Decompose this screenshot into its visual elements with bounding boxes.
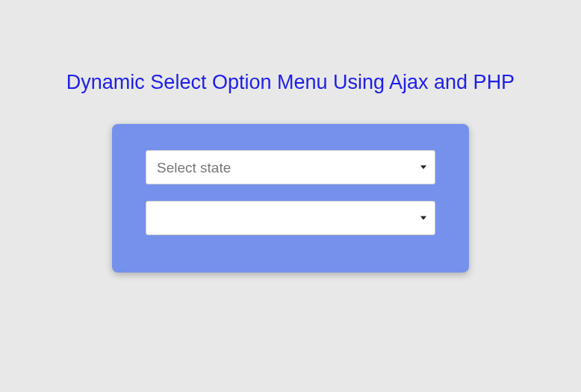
city-select[interactable] — [146, 201, 435, 235]
form-panel: Select state — [112, 124, 469, 273]
city-select-wrapper — [146, 201, 435, 235]
state-select[interactable]: Select state — [146, 150, 435, 184]
page-title: Dynamic Select Option Menu Using Ajax an… — [0, 71, 581, 94]
main-container: Dynamic Select Option Menu Using Ajax an… — [0, 0, 581, 273]
state-select-wrapper: Select state — [146, 150, 435, 184]
